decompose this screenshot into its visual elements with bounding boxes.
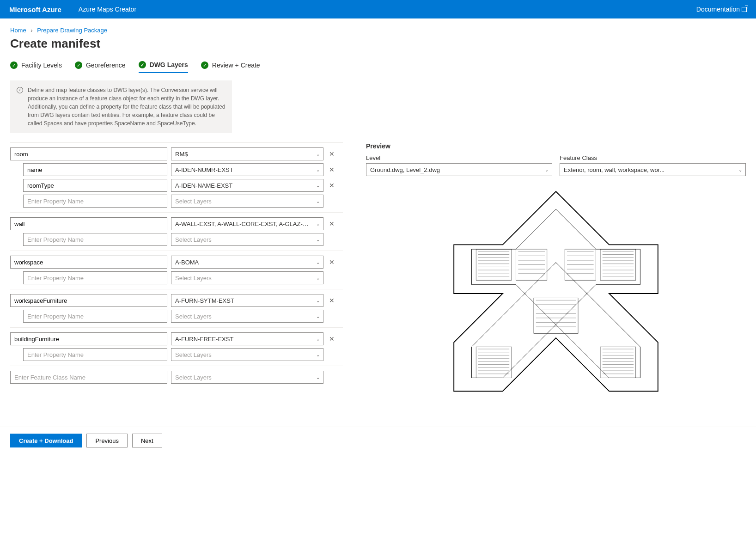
feature-class-name-input[interactable] bbox=[10, 147, 167, 160]
remove-button[interactable]: ✕ bbox=[327, 219, 336, 228]
layers-select[interactable]: RM$ bbox=[171, 147, 323, 160]
property-layers-select[interactable]: Select Layers bbox=[171, 348, 323, 361]
property-name-input[interactable] bbox=[23, 179, 167, 192]
property-layers-select[interactable]: Select Layers bbox=[171, 233, 323, 246]
check-icon: ✓ bbox=[201, 61, 208, 69]
property-name-input[interactable] bbox=[23, 310, 167, 323]
layers-select[interactable]: A-FURN-FREE-EXST bbox=[171, 332, 323, 345]
feature-class-group-new: Select Layers ⌄ bbox=[10, 366, 343, 388]
feature-class-name-input[interactable] bbox=[10, 371, 167, 384]
step-label: Review + Create bbox=[212, 61, 260, 69]
step-label: Georeference bbox=[86, 61, 126, 69]
divider bbox=[70, 5, 70, 13]
svg-rect-6 bbox=[600, 249, 636, 280]
wizard-steps: ✓ Facility Levels ✓ Georeference ✓ DWG L… bbox=[10, 61, 746, 73]
svg-rect-7 bbox=[476, 347, 512, 378]
preview-panel: Preview Level Ground.dwg, Level_2.dwg ⌄ … bbox=[366, 142, 746, 404]
breadcrumb: Home › Prepare Drawing Package bbox=[10, 27, 746, 34]
svg-rect-8 bbox=[600, 347, 636, 378]
property-name-input[interactable] bbox=[23, 233, 167, 246]
svg-line-67 bbox=[503, 338, 556, 391]
property-layers-select[interactable]: Select Layers bbox=[171, 195, 323, 208]
tab-review-create[interactable]: ✓ Review + Create bbox=[201, 61, 260, 73]
svg-line-66 bbox=[556, 191, 609, 245]
remove-button[interactable]: ✕ bbox=[327, 149, 336, 159]
feature-class-form: RM$ ⌄ ✕ A-IDEN-NUMR-EXST ⌄ ✕ A bbox=[10, 142, 343, 404]
property-name-input[interactable] bbox=[23, 271, 167, 284]
breadcrumb-home[interactable]: Home bbox=[10, 27, 26, 34]
info-box: i Define and map feature classes to DWG … bbox=[10, 80, 232, 133]
check-icon: ✓ bbox=[139, 61, 146, 68]
chevron-right-icon: › bbox=[30, 27, 32, 34]
feature-class-name-input[interactable] bbox=[10, 256, 167, 269]
remove-button[interactable]: ✕ bbox=[327, 296, 336, 305]
remove-button[interactable]: ✕ bbox=[327, 257, 336, 267]
property-name-input[interactable] bbox=[23, 195, 167, 208]
info-icon: i bbox=[17, 87, 23, 93]
page-title: Create manifest bbox=[10, 37, 746, 51]
property-name-input[interactable] bbox=[23, 163, 167, 176]
property-name-input[interactable] bbox=[23, 348, 167, 361]
feature-class-group: A-WALL-EXST, A-WALL-CORE-EXST, A-GLAZ-SI… bbox=[10, 212, 343, 251]
step-label: DWG Layers bbox=[150, 61, 188, 68]
external-link-icon bbox=[742, 7, 747, 12]
remove-button[interactable]: ✕ bbox=[327, 334, 336, 343]
feature-class-group: A-FURN-FREE-EXST ⌄ ✕ Select Layers ⌄ bbox=[10, 327, 343, 366]
feature-class-select[interactable]: Exterior, room, wall, workspace, wor... bbox=[560, 163, 746, 176]
svg-marker-2 bbox=[472, 263, 640, 378]
svg-marker-0 bbox=[454, 191, 658, 391]
tab-facility-levels[interactable]: ✓ Facility Levels bbox=[10, 61, 62, 73]
top-bar: Microsoft Azure Azure Maps Creator Docum… bbox=[0, 0, 756, 18]
level-label: Level bbox=[366, 154, 552, 161]
breadcrumb-current[interactable]: Prepare Drawing Package bbox=[37, 27, 107, 34]
step-label: Facility Levels bbox=[21, 61, 62, 69]
feature-class-label: Feature Class bbox=[560, 154, 746, 161]
documentation-link[interactable]: Documentation bbox=[696, 6, 747, 13]
level-select[interactable]: Ground.dwg, Level_2.dwg bbox=[366, 163, 552, 176]
product-label: Azure Maps Creator bbox=[79, 6, 136, 13]
remove-button[interactable]: ✕ bbox=[327, 165, 336, 174]
svg-line-68 bbox=[556, 338, 609, 391]
layers-select[interactable]: A-BOMA bbox=[171, 256, 323, 269]
next-button[interactable]: Next bbox=[132, 434, 162, 447]
property-layers-select[interactable]: A-IDEN-NUMR-EXST bbox=[171, 163, 323, 176]
feature-class-name-input[interactable] bbox=[10, 217, 167, 230]
floor-plan-preview[interactable] bbox=[366, 183, 746, 404]
svg-rect-3 bbox=[476, 249, 512, 280]
tab-georeference[interactable]: ✓ Georeference bbox=[75, 61, 126, 73]
property-layers-select[interactable]: Select Layers bbox=[171, 310, 323, 323]
svg-line-65 bbox=[503, 191, 556, 245]
check-icon: ✓ bbox=[10, 61, 18, 69]
info-text: Define and map feature classes to DWG la… bbox=[28, 86, 226, 128]
property-layers-select[interactable]: Select Layers bbox=[171, 271, 323, 284]
feature-class-name-input[interactable] bbox=[10, 332, 167, 345]
documentation-label: Documentation bbox=[696, 6, 740, 13]
property-layers-select[interactable]: A-IDEN-NAME-EXST bbox=[171, 179, 323, 192]
layers-select[interactable]: Select Layers bbox=[171, 371, 323, 384]
svg-rect-9 bbox=[534, 298, 578, 334]
layers-select[interactable]: A-WALL-EXST, A-WALL-CORE-EXST, A-GLAZ-SI… bbox=[171, 217, 323, 230]
previous-button[interactable]: Previous bbox=[86, 434, 128, 447]
feature-class-group: RM$ ⌄ ✕ A-IDEN-NUMR-EXST ⌄ ✕ A bbox=[10, 142, 343, 212]
create-download-button[interactable]: Create + Download bbox=[10, 434, 82, 447]
feature-class-name-input[interactable] bbox=[10, 294, 167, 307]
tab-dwg-layers[interactable]: ✓ DWG Layers bbox=[139, 61, 188, 73]
bottom-bar: Create + Download Previous Next bbox=[0, 427, 756, 454]
brand-label: Microsoft Azure bbox=[9, 6, 61, 13]
feature-class-group: A-BOMA ⌄ ✕ Select Layers ⌄ bbox=[10, 251, 343, 289]
remove-button[interactable]: ✕ bbox=[327, 181, 336, 190]
preview-title: Preview bbox=[366, 142, 746, 150]
feature-class-group: A-FURN-SYTM-EXST ⌄ ✕ Select Layers ⌄ bbox=[10, 289, 343, 327]
layers-select[interactable]: A-FURN-SYTM-EXST bbox=[171, 294, 323, 307]
check-icon: ✓ bbox=[75, 61, 82, 69]
